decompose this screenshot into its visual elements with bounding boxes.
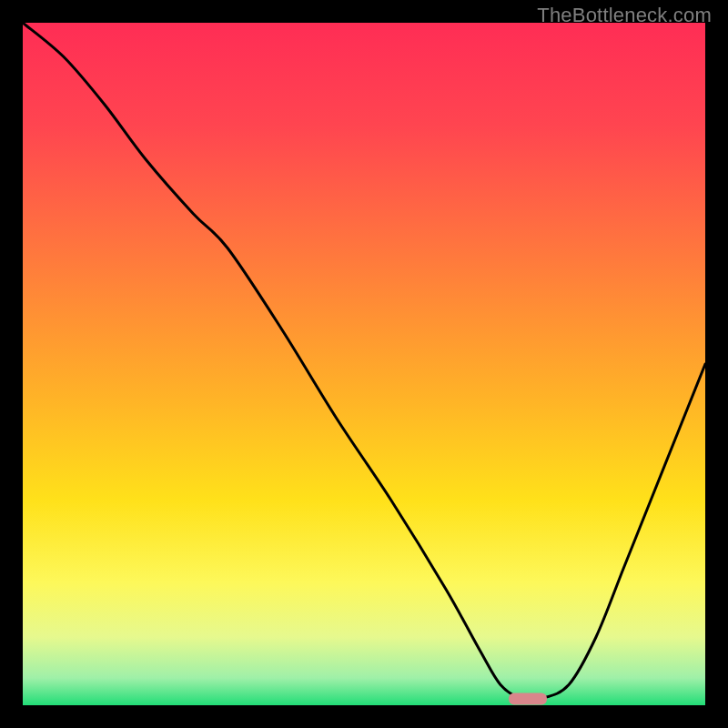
chart-frame: TheBottleneck.com: [0, 0, 728, 728]
optimal-marker: [509, 693, 547, 705]
gradient-background: [23, 23, 705, 705]
chart-plot-area: [23, 23, 705, 705]
chart-svg: [23, 23, 705, 705]
